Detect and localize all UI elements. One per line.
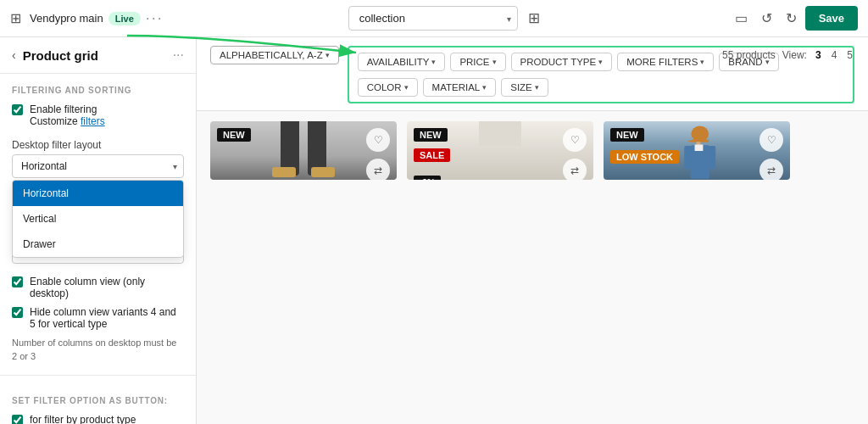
sidebar-title: Product grid bbox=[23, 48, 166, 63]
color-btn[interactable]: COLOR ▾ bbox=[358, 78, 418, 97]
enable-filtering-label: Enable filtering Customize filters bbox=[30, 103, 105, 127]
svg-rect-7 bbox=[311, 167, 335, 177]
hide-column-label: Hide column view variants 4 and 5 for ve… bbox=[30, 306, 184, 330]
product-type-btn[interactable]: PRODUCT TYPE ▾ bbox=[511, 53, 613, 71]
sidebar-header-menu[interactable]: ··· bbox=[173, 47, 184, 63]
customize-label: Customize bbox=[30, 115, 81, 127]
svg-rect-16 bbox=[695, 145, 704, 151]
topbar: ⊞ Vendypro main Live ··· collection ▾ ⊞ … bbox=[0, 0, 868, 37]
more-filters-chevron: ▾ bbox=[700, 58, 704, 66]
filter-product-type-label: for filter by product type bbox=[30, 414, 136, 424]
svg-rect-11 bbox=[688, 141, 693, 142]
grid-icon[interactable]: ⊞ bbox=[10, 10, 21, 26]
material-btn[interactable]: MATERIAL ▾ bbox=[423, 78, 497, 97]
price-chevron: ▾ bbox=[492, 58, 497, 66]
availability-btn[interactable]: AVAILABILITY ▾ bbox=[358, 53, 446, 71]
product-1-new-badge: NEW bbox=[217, 128, 251, 142]
column-helper-text: Number of columns on desktop must be 2 o… bbox=[0, 333, 196, 366]
dropdown-item-vertical[interactable]: Vertical bbox=[13, 206, 183, 232]
bomber-silhouette bbox=[257, 121, 350, 180]
products-grid: NEW ♡ ⇄ ○ bbox=[197, 111, 868, 190]
view-option-3[interactable]: 3 bbox=[814, 49, 823, 61]
filtering-section-label: FILTERING AND SORTING bbox=[0, 74, 196, 100]
monitor-icon-btn[interactable]: ▭ bbox=[730, 7, 753, 30]
sidebar-divider bbox=[0, 375, 196, 376]
save-button[interactable]: Save bbox=[805, 6, 858, 31]
product-2-sale-badge: SALE bbox=[414, 148, 450, 162]
product-2-discount-badge: -6% bbox=[414, 176, 441, 180]
product-1-wishlist-btn[interactable]: ♡ bbox=[366, 128, 390, 152]
price-btn[interactable]: PRICE ▾ bbox=[450, 53, 505, 71]
sort-btn-label: ALPHABETICALLY, A-Z bbox=[220, 50, 323, 60]
size-chevron: ▾ bbox=[535, 83, 539, 92]
product-img-1: NEW ♡ ⇄ ○ bbox=[210, 121, 397, 180]
filter-product-type-row: for filter by product type bbox=[0, 410, 196, 424]
product-card-3[interactable]: NEW LOW STOCK ♡ ⇄ ○ bbox=[604, 121, 790, 180]
collection-select-wrapper: collection ▾ bbox=[348, 6, 518, 31]
filter-product-type-checkbox[interactable] bbox=[12, 415, 23, 424]
products-count: 55 products bbox=[722, 49, 776, 61]
product-1-actions: ♡ ⇄ ○ bbox=[366, 128, 390, 180]
topbar-actions: ▭ ↺ ↻ Save bbox=[730, 6, 858, 31]
availability-chevron: ▾ bbox=[431, 58, 436, 66]
app-name-label: Vendypro main bbox=[30, 12, 103, 25]
svg-rect-15 bbox=[709, 146, 716, 169]
filter-row-2: COLOR ▾ MATERIAL ▾ SIZE ▾ bbox=[358, 78, 548, 97]
view-option-4[interactable]: 4 bbox=[830, 49, 839, 61]
live-badge: Live bbox=[108, 12, 141, 25]
svg-point-9 bbox=[691, 126, 709, 142]
enable-filtering-checkbox[interactable] bbox=[12, 104, 23, 115]
hide-column-row: Hide column view variants 4 and 5 for ve… bbox=[0, 303, 196, 333]
sidebar: ‹ Product grid ··· FILTERING AND SORTING… bbox=[0, 37, 197, 424]
redo-btn[interactable]: ↻ bbox=[781, 7, 802, 30]
sidebar-back-btn[interactable]: ‹ bbox=[12, 48, 16, 62]
filter-row-1: AVAILABILITY ▾ PRICE ▾ PRODUCT TYPE ▾ bbox=[358, 53, 779, 71]
dropdown-item-drawer[interactable]: Drawer bbox=[13, 232, 183, 257]
layout-icon-btn[interactable]: ⊞ bbox=[523, 6, 545, 31]
product-2-new-badge: NEW bbox=[414, 128, 448, 142]
sweater-silhouette bbox=[441, 121, 559, 180]
dropdown-item-horizontal[interactable]: Horizontal bbox=[13, 181, 183, 206]
svg-rect-6 bbox=[272, 167, 296, 177]
material-chevron: ▾ bbox=[482, 83, 487, 92]
desktop-filter-layout-label: Desktop filter layout bbox=[0, 131, 196, 154]
app-name-section: Vendypro main Live ··· bbox=[30, 9, 164, 27]
view-label: View: bbox=[782, 49, 807, 61]
sidebar-header: ‹ Product grid ··· bbox=[0, 37, 196, 74]
enable-column-label: Enable column view (only desktop) bbox=[30, 276, 184, 299]
product-img-2: NEW SALE ♡ ⇄ ○ -6% bbox=[407, 121, 593, 180]
product-3-new-badge: NEW bbox=[610, 128, 644, 142]
svg-rect-14 bbox=[684, 146, 692, 169]
layout-dropdown-menu: Horizontal Vertical Drawer bbox=[12, 180, 184, 258]
filter-bar: ALPHABETICALLY, A-Z ▾ AVAILABILITY ▾ PRI… bbox=[197, 37, 868, 111]
product-2-compare-btn[interactable]: ⇄ bbox=[563, 159, 587, 180]
product-card-1[interactable]: NEW ♡ ⇄ ○ bbox=[210, 121, 397, 180]
hide-column-checkbox[interactable] bbox=[12, 307, 23, 318]
product-img-3: NEW LOW STOCK ♡ ⇄ ○ bbox=[604, 121, 790, 180]
enable-column-row: Enable column view (only desktop) bbox=[0, 272, 196, 303]
product-1-compare-btn[interactable]: ⇄ bbox=[366, 159, 390, 180]
product-2-actions: ♡ ⇄ ○ bbox=[563, 128, 587, 180]
product-2-wishlist-btn[interactable]: ♡ bbox=[563, 128, 587, 152]
sort-btn[interactable]: ALPHABETICALLY, A-Z ▾ bbox=[210, 46, 339, 64]
product-3-low-stock-badge: LOW STOCK bbox=[610, 150, 679, 164]
view-option-5[interactable]: 5 bbox=[845, 49, 854, 61]
undo-btn[interactable]: ↺ bbox=[756, 7, 777, 30]
filter-bar-right: 55 products View: 3 4 5 bbox=[722, 49, 854, 61]
app-menu-dots[interactable]: ··· bbox=[146, 9, 164, 27]
sort-chevron-icon: ▾ bbox=[326, 51, 330, 59]
set-filter-label: SET FILTER OPTION AS BUTTON: bbox=[0, 384, 196, 410]
enable-column-checkbox[interactable] bbox=[12, 276, 23, 287]
color-chevron: ▾ bbox=[404, 83, 409, 92]
layout-select-wrapper: Horizontal Vertical Drawer ▾ Horizontal … bbox=[0, 154, 196, 178]
product-card-2[interactable]: NEW SALE ♡ ⇄ ○ -6% bbox=[407, 121, 593, 180]
topbar-center: collection ▾ ⊞ bbox=[172, 6, 721, 31]
size-btn[interactable]: SIZE ▾ bbox=[501, 78, 548, 97]
main-layout: ‹ Product grid ··· FILTERING AND SORTING… bbox=[0, 37, 868, 424]
more-filters-btn[interactable]: MORE FILTERS ▾ bbox=[617, 53, 714, 71]
layout-select[interactable]: Horizontal Vertical Drawer bbox=[12, 154, 184, 178]
filters-link[interactable]: filters bbox=[81, 115, 105, 127]
content-area: ALPHABETICALLY, A-Z ▾ AVAILABILITY ▾ PRI… bbox=[197, 37, 868, 424]
collection-select[interactable]: collection bbox=[348, 6, 518, 31]
product-type-chevron: ▾ bbox=[598, 58, 603, 66]
